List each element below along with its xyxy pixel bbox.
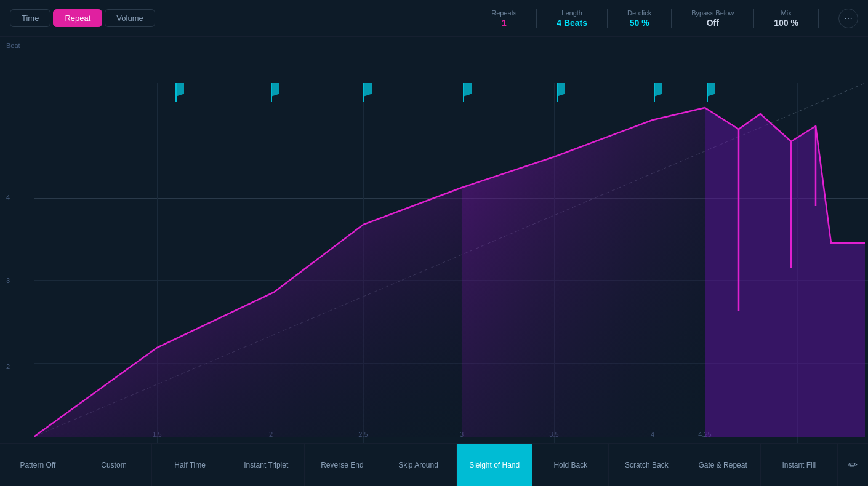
fill-region-1 bbox=[34, 188, 462, 437]
beat-label: Beat bbox=[6, 42, 20, 49]
bypass-value[interactable]: Off bbox=[707, 18, 719, 28]
bypass-control: Bypass Below Off bbox=[691, 9, 734, 28]
y-label-2: 2 bbox=[6, 363, 10, 370]
tab-time[interactable]: Time bbox=[10, 9, 50, 27]
top-controls: Repeats 1 Length 4 Beats De-click 50 % B… bbox=[491, 9, 858, 28]
repeats-control: Repeats 1 bbox=[491, 9, 516, 28]
length-value[interactable]: 4 Beats bbox=[557, 18, 587, 28]
mix-value[interactable]: 100 % bbox=[774, 18, 798, 28]
fill-sawtooth bbox=[705, 108, 865, 437]
length-control: Length 4 Beats bbox=[557, 9, 587, 28]
preset-instant-fill[interactable]: Instant Fill bbox=[761, 444, 837, 487]
y-label-4: 4 bbox=[6, 194, 10, 201]
tab-repeat[interactable]: Repeat bbox=[53, 9, 102, 27]
preset-half-time[interactable]: Half Time bbox=[152, 444, 228, 487]
bottom-bar: Pattern Off Custom Half Time Instant Tri… bbox=[0, 443, 868, 486]
divider2 bbox=[607, 9, 608, 28]
divider4 bbox=[753, 9, 754, 28]
declick-value[interactable]: 50 % bbox=[630, 18, 649, 28]
bypass-label: Bypass Below bbox=[691, 9, 734, 17]
fill-region-2 bbox=[462, 108, 705, 437]
top-bar: Time Repeat Volume Repeats 1 Length 4 Be… bbox=[0, 0, 868, 37]
chart-svg bbox=[34, 83, 865, 437]
length-label: Length bbox=[561, 9, 582, 17]
divider3 bbox=[671, 9, 672, 28]
preset-instant-triplet[interactable]: Instant Triplet bbox=[228, 444, 305, 487]
pencil-button[interactable]: ✏ bbox=[837, 444, 868, 487]
preset-sleight-of-hand[interactable]: Sleight of Hand bbox=[457, 444, 533, 487]
declick-label: De-click bbox=[627, 9, 651, 17]
preset-skip-around[interactable]: Skip Around bbox=[380, 444, 457, 487]
tab-group: Time Repeat Volume bbox=[10, 9, 155, 27]
repeats-value[interactable]: 1 bbox=[502, 18, 507, 28]
repeats-label: Repeats bbox=[491, 9, 516, 17]
preset-reverse-end[interactable]: Reverse End bbox=[305, 444, 381, 487]
y-label-3: 3 bbox=[6, 277, 10, 284]
mix-control: Mix 100 % bbox=[774, 9, 798, 28]
preset-gate-repeat[interactable]: Gate & Repeat bbox=[685, 444, 762, 487]
declick-control: De-click 50 % bbox=[627, 9, 651, 28]
tab-volume[interactable]: Volume bbox=[105, 9, 155, 27]
preset-hold-back[interactable]: Hold Back bbox=[532, 444, 609, 487]
chart-area: Beat 4 3 2 1 1.5 2 2.5 3 3.5 4 4.25 bbox=[0, 37, 868, 443]
more-button[interactable]: ⋯ bbox=[838, 9, 858, 28]
mix-label: Mix bbox=[781, 9, 792, 17]
preset-custom[interactable]: Custom bbox=[76, 444, 153, 487]
divider bbox=[536, 9, 537, 28]
preset-pattern-off[interactable]: Pattern Off bbox=[0, 444, 76, 487]
preset-scratch-back[interactable]: Scratch Back bbox=[609, 444, 685, 487]
divider5 bbox=[818, 9, 819, 28]
